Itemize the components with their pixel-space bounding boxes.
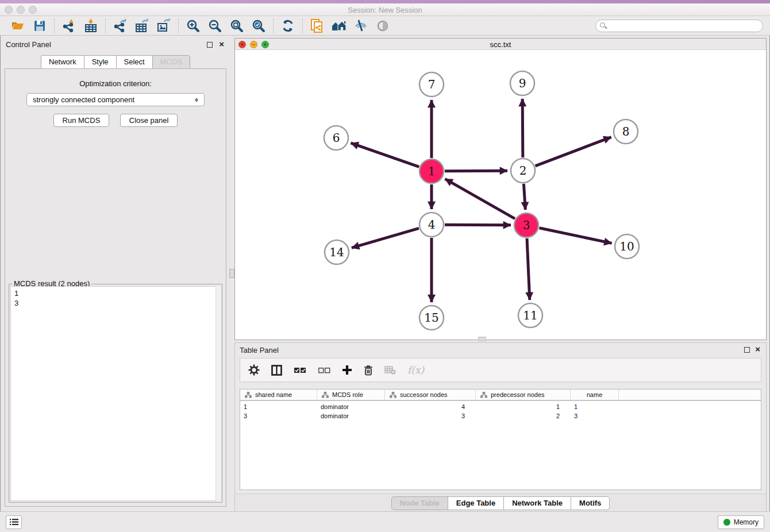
- create-column-button[interactable]: [342, 365, 352, 375]
- zoom-in-button[interactable]: [182, 17, 204, 34]
- float-panel-icon[interactable]: [207, 42, 213, 48]
- status-bar: Memory: [0, 511, 770, 532]
- show-eye-icon: [375, 18, 390, 33]
- tab-edge-table[interactable]: Edge Table: [448, 496, 503, 510]
- edge-3-1[interactable]: [445, 179, 515, 218]
- node-table: shared nameMCDS rolesuccessor nodesprede…: [240, 389, 761, 490]
- export-image-button[interactable]: [153, 17, 175, 34]
- export-table-button[interactable]: [131, 17, 153, 34]
- unchecked-boxes-icon: [318, 366, 330, 375]
- network-canvas[interactable]: 7968124314101511: [235, 50, 766, 340]
- memory-button[interactable]: Memory: [718, 515, 764, 529]
- open-session-button[interactable]: [7, 17, 29, 34]
- tab-select[interactable]: Select: [116, 55, 152, 69]
- column-header-successor-nodes[interactable]: successor nodes: [385, 390, 476, 400]
- node-label: 15: [424, 311, 438, 325]
- select-all-columns-button[interactable]: [294, 366, 306, 375]
- zoom-selected-button[interactable]: [248, 17, 270, 34]
- table-header-row: shared nameMCDS rolesuccessor nodesprede…: [240, 390, 761, 401]
- optimization-label: Optimization criterion:: [5, 79, 226, 88]
- header-filler: [619, 390, 761, 400]
- first-neighbors-button[interactable]: [328, 17, 350, 34]
- cell-predecessor-nodes: 1: [476, 403, 571, 412]
- tab-motifs[interactable]: Motifs: [571, 496, 610, 510]
- tab-network[interactable]: Network: [41, 55, 84, 69]
- destroy-table-button[interactable]: [384, 365, 396, 375]
- column-header-predecessor-nodes[interactable]: predecessor nodes: [476, 390, 571, 400]
- mcds-result-scrollbar[interactable]: [215, 286, 221, 501]
- network-view-window: × − + scc.txt 7968124314101511: [234, 38, 767, 340]
- close-panel-icon[interactable]: ×: [755, 344, 760, 354]
- edge-4-14[interactable]: [352, 228, 419, 248]
- vertical-splitter-grip[interactable]: [229, 269, 234, 278]
- network-view-titlebar: × − + scc.txt: [235, 38, 766, 50]
- table-mode-button[interactable]: [248, 364, 260, 376]
- float-panel-icon[interactable]: [744, 347, 750, 353]
- save-session-button[interactable]: [29, 17, 51, 34]
- tab-node-table[interactable]: Node Table: [391, 496, 448, 510]
- table-row[interactable]: 1dominator411: [240, 403, 761, 412]
- close-panel-button[interactable]: Close panel: [120, 114, 178, 127]
- zoom-fit-button[interactable]: [226, 17, 248, 34]
- edge-2-8[interactable]: [536, 137, 611, 166]
- function-builder-button[interactable]: f(x): [407, 364, 424, 376]
- column-header-mcds-role[interactable]: MCDS role: [317, 390, 385, 400]
- edge-2-9[interactable]: [522, 99, 523, 157]
- toolbar-separator: [54, 18, 55, 33]
- cell-name: 3: [571, 412, 619, 421]
- column-label: shared name: [255, 391, 292, 398]
- new-network-from-selection-button[interactable]: [306, 17, 328, 34]
- column-header-name[interactable]: name: [571, 390, 619, 400]
- column-label: predecessor nodes: [491, 391, 545, 398]
- edge-3-11[interactable]: [527, 238, 530, 300]
- import-table-button[interactable]: [80, 17, 102, 34]
- show-all-button[interactable]: [372, 17, 394, 34]
- delete-columns-button[interactable]: [364, 365, 373, 376]
- mcds-result-lines[interactable]: 13: [10, 286, 221, 501]
- control-panel: Control Panel × NetworkStyleSelectMCDS O…: [0, 36, 231, 511]
- node-label: 8: [622, 125, 630, 138]
- mcds-result-line: 1: [14, 288, 217, 298]
- hide-selected-button[interactable]: [350, 17, 372, 34]
- checked-boxes-icon: [294, 366, 306, 375]
- list-icon: [10, 518, 18, 526]
- horizontal-splitter-grip[interactable]: [478, 337, 486, 341]
- tab-style[interactable]: Style: [84, 55, 116, 69]
- export-network-button[interactable]: [109, 17, 131, 34]
- search-input[interactable]: [595, 20, 763, 32]
- deselect-all-columns-button[interactable]: [318, 366, 330, 375]
- hierarchy-icon: [322, 392, 329, 398]
- cell-name: 1: [571, 403, 619, 412]
- cell-shared-name: 3: [240, 412, 317, 421]
- close-panel-icon[interactable]: ×: [219, 39, 224, 49]
- import-network-button[interactable]: [58, 17, 80, 34]
- table-toolbar: f(x): [240, 358, 761, 382]
- mcds-result-line: 3: [14, 298, 217, 308]
- criterion-value: strongly connected component: [33, 95, 134, 104]
- zoom-out-button[interactable]: [204, 17, 226, 34]
- edge-2-3[interactable]: [523, 184, 525, 210]
- trash-icon: [364, 365, 373, 376]
- edge-1-2[interactable]: [445, 171, 507, 171]
- select-arrows-icon: [194, 95, 199, 105]
- workspace-column: × − + scc.txt 7968124314101511 Table Pan…: [234, 36, 770, 511]
- search-icon: [600, 22, 605, 28]
- task-history-button[interactable]: [6, 515, 22, 529]
- node-label: 14: [329, 245, 344, 259]
- apply-layout-button[interactable]: [277, 17, 299, 34]
- tab-network-table[interactable]: Network Table: [503, 496, 571, 510]
- plus-icon: [342, 365, 352, 375]
- edge-1-6[interactable]: [351, 143, 419, 167]
- run-mcds-button[interactable]: Run MCDS: [53, 114, 110, 127]
- table-row[interactable]: 3dominator323: [240, 412, 761, 421]
- mcds-result-group: MCDS result (2 nodes) 13: [9, 284, 222, 503]
- tab-mcds[interactable]: MCDS: [152, 55, 190, 69]
- new-network-from-selection-icon: [310, 18, 325, 33]
- toolbar-separator: [273, 18, 274, 33]
- column-header-shared-name[interactable]: shared name: [240, 390, 317, 400]
- criterion-select[interactable]: strongly connected component: [26, 93, 205, 106]
- show-columns-button[interactable]: [271, 365, 282, 376]
- edge-4-3[interactable]: [445, 225, 511, 225]
- export-network-icon: [113, 18, 128, 33]
- edge-3-10[interactable]: [540, 228, 612, 244]
